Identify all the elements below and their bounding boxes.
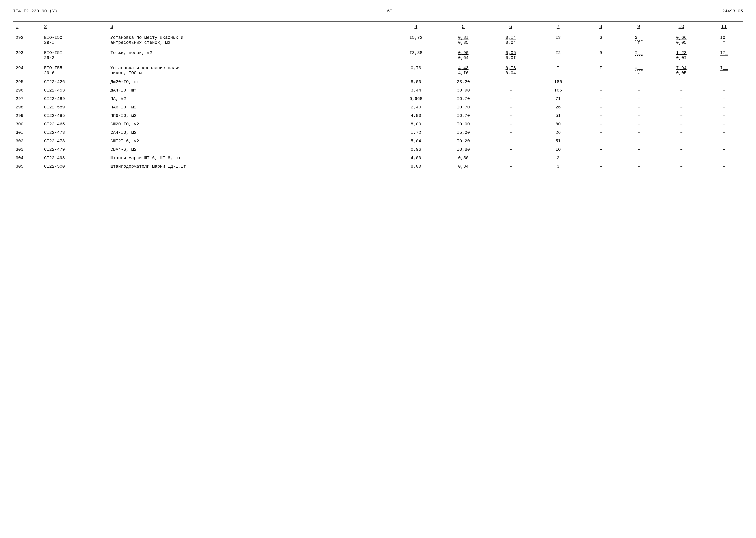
row-col7: I3	[535, 32, 582, 47]
row-col10: –	[658, 154, 705, 162]
row-code: CI22-500	[41, 162, 108, 171]
row-col10: 7,940,05	[658, 63, 705, 78]
row-col9: –	[620, 162, 658, 171]
row-col4: 4,00	[392, 154, 439, 162]
row-desc: Штангодержатели марки ШД-I,шт	[108, 162, 392, 171]
header-left: II4-I2-230.90 (У)	[13, 9, 57, 14]
row-col9: –	[620, 129, 658, 137]
row-col4: I5,72	[392, 32, 439, 47]
row-col7: 5I	[535, 111, 582, 120]
table-row: 292 EIO-I5029-I Установка по месту шкафн…	[13, 32, 743, 47]
row-col5: 23,20	[439, 78, 487, 86]
row-num: 304	[13, 154, 41, 162]
col-header-1: I	[13, 22, 41, 32]
row-col9: –	[620, 154, 658, 162]
row-col7: 2	[535, 154, 582, 162]
row-col6: –	[487, 129, 534, 137]
row-col9: –	[620, 145, 658, 154]
row-col11: IO_I	[705, 32, 743, 47]
row-col6: –	[487, 137, 534, 145]
row-col9: –	[620, 78, 658, 86]
row-col7: 26	[535, 129, 582, 137]
row-col10: –	[658, 137, 705, 145]
row-num: 296	[13, 86, 41, 94]
row-col8: I	[582, 63, 620, 78]
row-col9: 3__I	[620, 32, 658, 47]
row-col10: –	[658, 162, 705, 171]
col-header-10: IO	[658, 22, 705, 32]
row-col5: IO,80	[439, 145, 487, 154]
row-col5: 30,90	[439, 86, 487, 94]
row-col10: –	[658, 111, 705, 120]
row-code: EIO-I5529-6	[41, 63, 108, 78]
row-num: 298	[13, 103, 41, 111]
row-col11: –	[705, 120, 743, 129]
row-col11: –	[705, 86, 743, 94]
row-code: CI22-473	[41, 129, 108, 137]
row-col5: I5,00	[439, 129, 487, 137]
row-col11: I7_-	[705, 47, 743, 63]
row-num: 295	[13, 78, 41, 86]
row-col11: I__-	[705, 63, 743, 78]
row-col10: –	[658, 129, 705, 137]
row-col8: –	[582, 162, 620, 171]
row-col4: 5,04	[392, 137, 439, 145]
row-col6: 0,050,0I	[487, 47, 534, 63]
row-col4: I3,88	[392, 47, 439, 63]
row-col11: –	[705, 111, 743, 120]
row-col4: 2,40	[392, 103, 439, 111]
row-col5: 0,900,64	[439, 47, 487, 63]
row-col6: 0,I30,04	[487, 63, 534, 78]
row-col8: –	[582, 78, 620, 86]
row-col4: 8,00	[392, 162, 439, 171]
row-desc: СА4-IO, м2	[108, 129, 392, 137]
row-col7: 3	[535, 162, 582, 171]
row-code: EIO-I5029-I	[41, 32, 108, 47]
row-desc: Установка по месту шкафных иантресольных…	[108, 32, 392, 47]
row-code: CI22-465	[41, 120, 108, 129]
row-num: 294	[13, 63, 41, 78]
row-col10: 0,660,05	[658, 32, 705, 47]
row-col9: –	[620, 137, 658, 145]
row-col4: 0,96	[392, 145, 439, 154]
header-right: 24493-05	[722, 9, 743, 14]
row-code: CI22-498	[41, 154, 108, 162]
row-col11: –	[705, 162, 743, 171]
row-col10: –	[658, 86, 705, 94]
table-row: 304 CI22-498 Штанги марки ШТ-6, ШТ-8, шт…	[13, 154, 743, 162]
table-row: 294 EIO-I5529-6 Установка и крепление на…	[13, 63, 743, 78]
row-code: CI22-489	[41, 94, 108, 103]
row-col9: =__-	[620, 63, 658, 78]
table-row: 295 CI22-426 Дш20-IO, шт 8,00 23,20 – I8…	[13, 78, 743, 86]
col-header-11: II	[705, 22, 743, 32]
col-header-5: 5	[439, 22, 487, 32]
row-col8: –	[582, 111, 620, 120]
row-col10: –	[658, 120, 705, 129]
row-col8: –	[582, 154, 620, 162]
column-headers: I 2 3 4 5 6 7 8 9 IO II	[13, 22, 743, 32]
table-row: 302 CI22-478 СШI2I-6, м2 5,04 IO,20 – 5I…	[13, 137, 743, 145]
row-col6: –	[487, 103, 534, 111]
row-col5: 0,8I0,35	[439, 32, 487, 47]
row-col5: IO,20	[439, 137, 487, 145]
header-center: - 6I -	[382, 9, 397, 14]
row-col8: –	[582, 145, 620, 154]
row-col8: –	[582, 94, 620, 103]
table-row: 300 CI22-465 СШ20-IO, м2 8,00 IO,00 – 80…	[13, 120, 743, 129]
row-num: 297	[13, 94, 41, 103]
row-num: 303	[13, 145, 41, 154]
row-desc: СШI2I-6, м2	[108, 137, 392, 145]
row-col9: –	[620, 94, 658, 103]
row-col4: I,72	[392, 129, 439, 137]
row-col5: IO,00	[439, 120, 487, 129]
row-desc: Установка и крепление налич-ников, IOO м	[108, 63, 392, 78]
row-col11: –	[705, 145, 743, 154]
row-col9: –	[620, 111, 658, 120]
col-header-8: 8	[582, 22, 620, 32]
table-row: 299 CI22-485 ПП6-IO, м2 4,80 IO,70 – 5I …	[13, 111, 743, 120]
row-col8: 6	[582, 32, 620, 47]
row-col11: –	[705, 129, 743, 137]
row-col5: IO,70	[439, 94, 487, 103]
row-col5: IO,70	[439, 103, 487, 111]
row-col10: –	[658, 145, 705, 154]
